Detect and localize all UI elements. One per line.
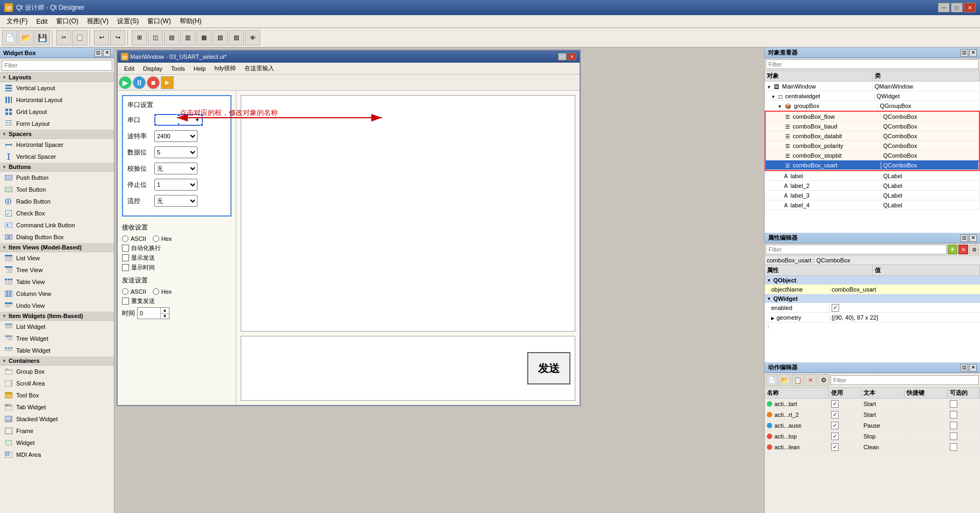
panel-float-btn[interactable]: ◫ <box>94 49 102 57</box>
tb-glayout[interactable]: ▦ <box>196 30 212 45</box>
item-table-view[interactable]: Table View <box>0 276 114 288</box>
item-widget[interactable]: Widget <box>0 437 114 449</box>
maximize-button[interactable]: □ <box>951 3 963 12</box>
prop-cat-qobject[interactable]: QObject <box>765 276 980 285</box>
item-column-view[interactable]: Column View <box>0 288 114 300</box>
tb-undo[interactable]: ↩ <box>94 30 109 45</box>
sub-menu-hdy[interactable]: hdy很帅 <box>210 64 240 73</box>
action-settings-btn[interactable]: ⚙ <box>818 374 829 386</box>
prop-filter-input[interactable] <box>766 245 947 254</box>
recv-show-time-cb[interactable]: 显示时间 <box>122 264 232 272</box>
item-h-spacer[interactable]: Horizontal Spacer <box>0 139 114 151</box>
widget-filter-input[interactable] <box>2 60 112 71</box>
item-push-button[interactable]: Push Button <box>0 172 114 184</box>
obj-row-groupbox[interactable]: ▼ 📦 groupBox QGroupBox <box>765 101 980 111</box>
item-tab-widget[interactable]: Tab Widget <box>0 401 114 413</box>
action-row-start2[interactable]: acti...rt_2 Start <box>765 409 980 420</box>
send-button[interactable]: 发送 <box>527 352 570 384</box>
panel-close-btn[interactable]: ✕ <box>103 49 111 57</box>
used-cb-4[interactable] <box>831 443 839 451</box>
recv-text-area[interactable] <box>241 95 575 332</box>
parity-combo[interactable]: 无 <box>154 163 198 174</box>
menu-window2[interactable]: 窗口(W) <box>143 16 175 27</box>
item-mdi-area[interactable]: MDI Area <box>0 449 114 461</box>
item-command-link-button[interactable]: Command Link Button <box>0 219 114 231</box>
menu-file[interactable]: 文件(F) <box>2 16 32 27</box>
item-group-box[interactable]: G Group Box <box>0 366 114 377</box>
spinbox-up[interactable]: ▲ <box>161 308 169 314</box>
send-ascii-radio[interactable]: ASCII <box>122 288 146 295</box>
item-undo-view[interactable]: Undo View <box>0 300 114 312</box>
prop-cat-qwidget[interactable]: QWidget <box>765 294 980 303</box>
checkable-cb-1[interactable] <box>950 411 957 418</box>
close-button[interactable]: ✕ <box>964 3 976 12</box>
prop-row-geometry[interactable]: geometry [(90, 40), 87 x 22] <box>765 313 980 322</box>
category-item-widgets[interactable]: Item Widgets (Item-Based) <box>0 312 114 321</box>
obj-row-combo-polarity[interactable]: ☰ comboBox_polarity QComboBox <box>766 141 979 151</box>
checkable-cb-2[interactable] <box>950 422 957 429</box>
category-item-views[interactable]: Item Views (Model-Based) <box>0 243 114 252</box>
action-row-pause[interactable]: acti...ause Pause <box>765 420 980 431</box>
sub-menu-edit[interactable]: Edit <box>120 65 139 72</box>
stop-button[interactable]: ■ <box>147 76 160 89</box>
recv-auto-wrap-cb[interactable]: 自动化换行 <box>122 244 232 252</box>
category-spacers[interactable]: Spacers <box>0 130 114 139</box>
pause-button[interactable]: ⏸ <box>133 76 146 89</box>
obj-row-combo-usart[interactable]: ☰ comboBox_usart QComboBox <box>766 160 979 170</box>
sub-menu-input[interactable]: 在这里输入 <box>240 64 278 73</box>
item-check-box[interactable]: ✓ Check Box <box>0 207 114 219</box>
enabled-checkbox[interactable] <box>832 304 839 312</box>
obj-row-mainwindow[interactable]: ▼ 🖼 MainWindow QMainWindow <box>765 82 980 91</box>
recv-ascii-radio[interactable]: ASCII <box>122 235 146 242</box>
item-form-layout[interactable]: Form Layout <box>0 118 114 130</box>
stop-bits-combo[interactable]: 1 <box>154 179 198 191</box>
tb-snap[interactable]: ◫ <box>148 30 163 45</box>
item-horizontal-layout[interactable]: Horizontal Layout <box>0 94 114 106</box>
minimize-button[interactable]: ─ <box>938 3 950 12</box>
item-frame[interactable]: Frame <box>0 425 114 437</box>
arrow-button[interactable]: ▶ <box>161 76 174 89</box>
action-row-clean[interactable]: acti...lean Clean <box>765 442 980 453</box>
action-delete-btn[interactable]: ✕ <box>805 374 816 386</box>
prop-float-btn[interactable]: ◫ <box>961 234 968 242</box>
tb-open[interactable]: 📂 <box>18 30 33 45</box>
action-row-stop[interactable]: acti...top Stop <box>765 431 980 442</box>
sub-menu-help[interactable]: Help <box>189 65 210 72</box>
obj-row-label2[interactable]: A label_2 QLabel <box>765 181 980 191</box>
data-bits-combo[interactable]: 5 <box>154 146 198 158</box>
sub-menu-tools[interactable]: Tools <box>167 65 189 72</box>
serial-combo-selected[interactable]: ▼ <box>154 114 203 126</box>
obj-row-label[interactable]: A label QLabel <box>765 171 980 181</box>
prop-gear-button[interactable]: ⚙ <box>969 245 979 254</box>
send-repeat-cb[interactable]: 重复发送 <box>122 297 232 305</box>
sub-menu-display[interactable]: Display <box>139 65 167 72</box>
action-row-start[interactable]: acti...tart Start <box>765 399 980 409</box>
obj-float-btn[interactable]: ◫ <box>961 49 968 57</box>
item-tool-button[interactable]: Tool Button <box>0 184 114 195</box>
prop-row-enabled[interactable]: enabled <box>765 303 980 313</box>
used-cb-2[interactable] <box>831 422 839 429</box>
tb-preview[interactable]: 👁 <box>245 30 260 45</box>
tb-redo[interactable]: ↪ <box>110 30 125 45</box>
tb-save[interactable]: 💾 <box>35 30 50 45</box>
menu-help[interactable]: 帮助(H) <box>175 16 206 27</box>
checkable-cb-4[interactable] <box>950 443 957 451</box>
used-cb-0[interactable] <box>831 400 839 408</box>
sub-minimize-btn[interactable]: ─ <box>558 53 567 60</box>
used-cb-1[interactable] <box>831 411 839 418</box>
item-tool-box[interactable]: Tool Box <box>0 389 114 401</box>
obj-row-combo-flow[interactable]: ☰ comboBox_flow QComboBox <box>766 112 979 122</box>
obj-row-centralwidget[interactable]: ▼ ◻ centralwidget QWidget <box>765 91 980 101</box>
obj-row-combo-databit[interactable]: ☰ comboBox_databit QComboBox <box>766 131 979 141</box>
menu-view[interactable]: 视图(V) <box>83 16 113 27</box>
obj-row-combo-stopbit[interactable]: ☰ comboBox_stopbit QComboBox <box>766 151 979 160</box>
menu-edit[interactable]: Edit <box>32 17 52 26</box>
item-scroll-area[interactable]: Scroll Area <box>0 377 114 389</box>
send-hex-radio[interactable]: Hex <box>153 288 172 295</box>
obj-row-label3[interactable]: A label_3 QLabel <box>765 191 980 200</box>
tb-layout[interactable]: ▤ <box>164 30 179 45</box>
recv-hex-radio[interactable]: Hex <box>153 235 172 242</box>
category-buttons[interactable]: Buttons <box>0 163 114 172</box>
category-containers[interactable]: Containers <box>0 356 114 366</box>
item-grid-layout[interactable]: Grid Layout <box>0 106 114 118</box>
